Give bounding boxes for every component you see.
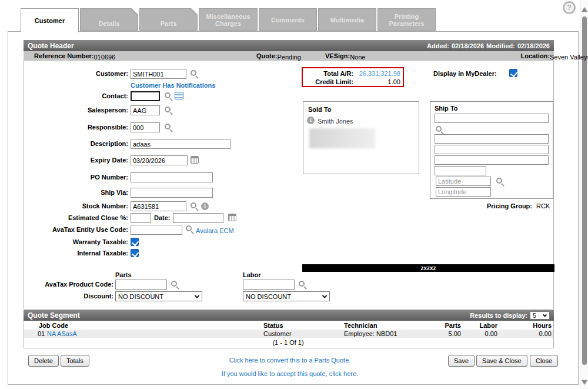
tab-comments-label: Comments bbox=[271, 16, 305, 24]
ship-to-address2-input[interactable] bbox=[435, 145, 549, 154]
ship-to-address3-input[interactable] bbox=[435, 155, 549, 165]
credit-limit-label: Credit Limit: bbox=[305, 78, 353, 85]
avatax-product-parts-input[interactable] bbox=[115, 280, 167, 290]
tab-multimedia[interactable]: Multimedia bbox=[318, 8, 376, 31]
avatax-entity-search-icon[interactable] bbox=[186, 225, 192, 231]
ship-via-input[interactable] bbox=[131, 188, 213, 198]
customer-notifications-link[interactable]: Customer Has Notifications bbox=[131, 82, 215, 89]
col-hours: Hours bbox=[528, 322, 552, 329]
avalara-ecm-link[interactable]: Avalara ECM bbox=[196, 227, 234, 234]
quote-header-dates: Added: 02/18/2026 Modified: 02/18/2026 bbox=[427, 42, 550, 49]
segment-pager: (1 - 1 Of 1) bbox=[223, 339, 353, 346]
avatax-product-label: AvaTax Product Code: bbox=[24, 281, 113, 288]
avatax-product-labor-input[interactable] bbox=[243, 280, 295, 290]
stock-number-input[interactable] bbox=[131, 201, 186, 211]
quote-segment-titlebar: Quote Segment Results to display: 5 bbox=[24, 310, 554, 321]
latitude-input[interactable] bbox=[436, 177, 491, 186]
tab-comments[interactable]: Comments bbox=[259, 8, 317, 31]
customer-input[interactable] bbox=[131, 69, 186, 79]
scrollbar-thumb[interactable] bbox=[582, 16, 587, 365]
stock-info-icon[interactable]: i bbox=[201, 202, 209, 210]
stock-search-icon[interactable] bbox=[191, 202, 196, 208]
expiry-date-input[interactable] bbox=[131, 155, 188, 165]
ship-to-zip-input[interactable] bbox=[435, 166, 486, 175]
responsible-search-icon[interactable] bbox=[165, 124, 171, 129]
segment-job-code-link[interactable]: NA ASasA bbox=[47, 330, 77, 337]
customer-search-icon[interactable] bbox=[191, 70, 196, 76]
mydealer-label: Display in MyDealer: bbox=[433, 70, 497, 77]
salesperson-input[interactable] bbox=[131, 105, 160, 115]
salesperson-search-icon[interactable] bbox=[165, 107, 171, 112]
internal-taxable-checkbox[interactable] bbox=[131, 249, 139, 257]
mydealer-checkbox[interactable] bbox=[509, 69, 517, 77]
po-number-input[interactable] bbox=[131, 172, 213, 182]
geo-search-icon[interactable] bbox=[496, 178, 502, 184]
description-input[interactable] bbox=[131, 139, 230, 149]
col-technician: Technician bbox=[344, 322, 377, 329]
vesign-label: VESign: bbox=[325, 52, 350, 59]
ship-to-search-icon[interactable] bbox=[436, 126, 442, 132]
sold-to-info-icon[interactable]: i bbox=[307, 117, 315, 124]
parts-discount-value: NO DISCOUNT bbox=[118, 293, 163, 300]
tab-customer[interactable]: Customer bbox=[21, 8, 79, 32]
ship-to-address1-input[interactable] bbox=[435, 134, 549, 144]
expiry-calendar-icon[interactable] bbox=[191, 156, 199, 164]
tab-parts[interactable]: Parts bbox=[139, 8, 198, 31]
location-label: Location: bbox=[521, 52, 550, 59]
avatax-product-labor-search-icon[interactable] bbox=[299, 281, 305, 287]
contact-label: Contact: bbox=[24, 92, 128, 99]
totals-button[interactable]: Totals bbox=[61, 355, 89, 367]
contact-note-icon[interactable] bbox=[175, 92, 183, 99]
location-value: Seven Valleys bbox=[550, 54, 588, 61]
tab-miscellaneous-charges[interactable]: Miscellaneous Charges bbox=[199, 8, 258, 31]
estimated-close-calendar-icon[interactable] bbox=[228, 214, 236, 221]
save-and-close-button[interactable]: Save & Close bbox=[476, 355, 527, 367]
tab-multimedia-label: Multimedia bbox=[330, 16, 364, 24]
labor-column-header: Labor bbox=[243, 271, 261, 278]
estimated-close-input[interactable] bbox=[131, 213, 151, 223]
modified-label: Modified: bbox=[486, 42, 515, 49]
credit-summary-box: Total A/R: 26,331,321.98 Credit Limit: 1… bbox=[302, 67, 404, 87]
tab-details[interactable]: Details bbox=[80, 8, 138, 31]
internal-taxable-label: Internal Taxable: bbox=[24, 250, 128, 257]
avatax-entity-label: AvaTax Entity Use Code: bbox=[24, 226, 128, 233]
contact-search-icon[interactable] bbox=[165, 92, 171, 98]
po-number-label: PO Number: bbox=[24, 174, 128, 181]
tab-printing-parameters[interactable]: Printing Parameters bbox=[377, 8, 436, 31]
close-button[interactable]: Close bbox=[530, 355, 558, 367]
labor-discount-select[interactable]: NO DISCOUNT bbox=[243, 291, 330, 301]
avatax-entity-input[interactable] bbox=[131, 225, 182, 235]
ship-to-name-input[interactable] bbox=[435, 114, 549, 123]
warranty-taxable-label: Warranty Taxable: bbox=[24, 238, 128, 245]
help-icon[interactable]: ? bbox=[563, 1, 576, 14]
reference-number: Reference Number: 010696 bbox=[34, 52, 93, 59]
delete-button[interactable]: Delete bbox=[28, 355, 59, 367]
save-button[interactable]: Save bbox=[448, 355, 475, 367]
scroll-down-arrow-icon[interactable] bbox=[582, 380, 587, 385]
avatax-product-parts-search-icon[interactable] bbox=[171, 281, 177, 287]
longitude-input[interactable] bbox=[436, 187, 491, 197]
warranty-taxable-checkbox[interactable] bbox=[131, 238, 139, 246]
parts-column-header: Parts bbox=[115, 271, 132, 278]
segment-hours: 0.00 bbox=[528, 330, 552, 337]
sold-to-address-redacted bbox=[309, 128, 375, 148]
results-label: Results to display: bbox=[470, 312, 527, 319]
estimated-close-date-input[interactable] bbox=[173, 213, 223, 223]
convert-to-parts-quote-link[interactable]: Click here to convert this to a Parts Qu… bbox=[172, 357, 407, 364]
added-date: 02/18/2026 bbox=[452, 42, 484, 49]
reference-label: Reference Number: bbox=[34, 52, 93, 59]
chevron-down-icon bbox=[195, 293, 199, 298]
contact-input[interactable] bbox=[131, 91, 160, 101]
total-ar-value[interactable]: 26,331,321.98 bbox=[355, 70, 400, 77]
parts-discount-select[interactable]: NO DISCOUNT bbox=[115, 291, 202, 301]
total-ar-label: Total A/R: bbox=[305, 70, 353, 77]
reference-bar: Reference Number: 010696 Quote: Pending … bbox=[24, 51, 554, 61]
segment-table-header: Job Code Status Technician Parts Labor H… bbox=[24, 321, 553, 330]
scroll-up-arrow-icon[interactable] bbox=[582, 7, 587, 12]
results-count-select[interactable]: 5 bbox=[530, 311, 550, 320]
ship-via-label: Ship Via: bbox=[24, 189, 128, 196]
responsible-input[interactable] bbox=[131, 122, 160, 132]
sold-to-box: Sold To i Smith Jones bbox=[303, 101, 419, 174]
accept-quote-link[interactable]: If you would like to accept this quote, … bbox=[172, 370, 407, 377]
discount-label: Discount: bbox=[24, 292, 113, 300]
